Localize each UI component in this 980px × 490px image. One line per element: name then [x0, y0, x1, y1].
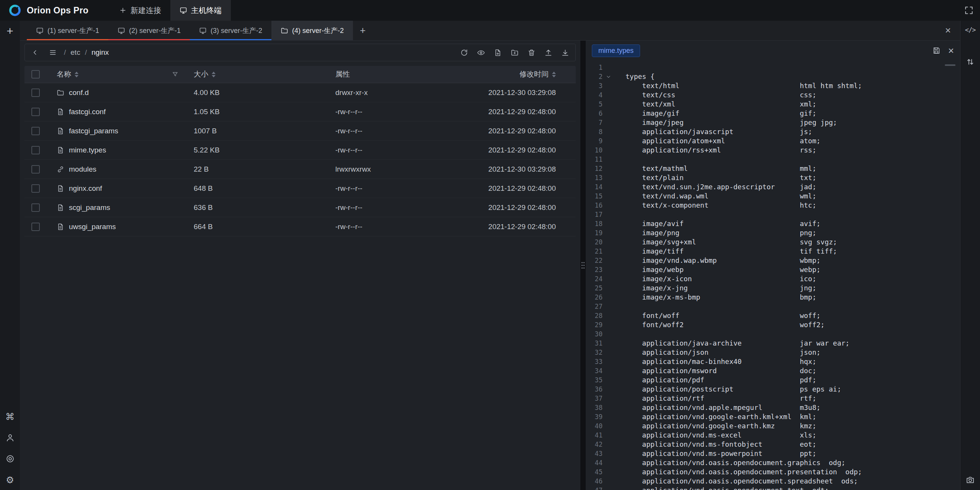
- support-icon[interactable]: [5, 454, 15, 464]
- upload-button[interactable]: [542, 46, 555, 59]
- editor-line-39[interactable]: 39 application/vnd.google-earth.kml+xml …: [586, 412, 960, 421]
- editor-line-34[interactable]: 34 application/msword doc;: [586, 366, 960, 375]
- editor-line-37[interactable]: 37 application/rtf rtf;: [586, 394, 960, 403]
- editor-line-2[interactable]: 2types {: [586, 72, 960, 81]
- file-row-fastcgi_params[interactable]: fastcgi_params1007 B-rw-r--r--2021-12-29…: [24, 121, 576, 141]
- swap-icon[interactable]: [965, 57, 975, 67]
- editor-line-21[interactable]: 21 image/tiff tif tiff;: [586, 247, 960, 256]
- screenshot-icon[interactable]: [965, 475, 975, 485]
- save-icon[interactable]: [932, 46, 941, 55]
- editor-line-6[interactable]: 6 image/gif gif;: [586, 109, 960, 118]
- download-button[interactable]: [559, 46, 572, 59]
- editor-line-38[interactable]: 38 application/vnd.apple.mpegurl m3u8;: [586, 403, 960, 412]
- editor-line-33[interactable]: 33 application/mac-binhex40 hqx;: [586, 357, 960, 366]
- editor-line-22[interactable]: 22 image/vnd.wap.wbmp wbmp;: [586, 256, 960, 265]
- terminal-tab-3[interactable]: (3) server-生产-2: [190, 21, 271, 40]
- select-all-checkbox[interactable]: [31, 70, 40, 79]
- row-checkbox[interactable]: [31, 146, 40, 154]
- editor-line-9[interactable]: 9 application/atom+xml atom;: [586, 136, 960, 146]
- editor-line-24[interactable]: 24 image/x-icon ico;: [586, 274, 960, 284]
- nav-host-terminal[interactable]: 主机终端: [170, 0, 231, 21]
- editor-line-25[interactable]: 25 image/x-jng jng;: [586, 284, 960, 293]
- editor-line-47[interactable]: 47 application/vnd.oasis.opendocument.te…: [586, 486, 960, 490]
- editor-line-17[interactable]: 17: [586, 210, 960, 219]
- editor-scrollbar-thumb[interactable]: [945, 64, 956, 66]
- file-row-conf.d[interactable]: conf.d4.00 KBdrwxr-xr-x2021-12-30 03:29:…: [24, 83, 576, 102]
- editor-line-3[interactable]: 3 text/html html htm shtml;: [586, 81, 960, 90]
- editor-line-15[interactable]: 15 text/vnd.wap.wml wml;: [586, 192, 960, 201]
- filter-icon[interactable]: [172, 71, 178, 78]
- editor-line-13[interactable]: 13 text/plain txt;: [586, 173, 960, 182]
- new-tab-button[interactable]: +: [353, 21, 372, 40]
- file-row-mime.types[interactable]: mime.types5.22 KB-rw-r--r--2021-12-29 02…: [24, 141, 576, 160]
- editor-line-30[interactable]: 30: [586, 329, 960, 339]
- editor-line-18[interactable]: 18 image/avif avif;: [586, 219, 960, 228]
- breadcrumb-segment[interactable]: nginx: [91, 48, 109, 57]
- editor-line-32[interactable]: 32 application/json json;: [586, 348, 960, 357]
- editor-line-14[interactable]: 14 text/vnd.sun.j2me.app-descriptor jad;: [586, 182, 960, 192]
- file-row-uwsgi_params[interactable]: uwsgi_params664 B-rw-r--r--2021-12-29 02…: [24, 217, 576, 236]
- editor-line-44[interactable]: 44 application/vnd.oasis.opendocument.gr…: [586, 458, 960, 467]
- editor-line-27[interactable]: 27: [586, 302, 960, 311]
- new-folder-button[interactable]: [508, 46, 521, 59]
- fullscreen-icon[interactable]: [964, 5, 974, 15]
- list-view-button[interactable]: [46, 46, 59, 59]
- file-row-fastcgi.conf[interactable]: fastcgi.conf1.05 KB-rw-r--r--2021-12-29 …: [24, 102, 576, 121]
- fold-chevron-icon[interactable]: [603, 72, 614, 81]
- row-checkbox[interactable]: [31, 165, 40, 174]
- file-row-nginx.conf[interactable]: nginx.conf648 B-rw-r--r--2021-12-29 02:4…: [24, 179, 576, 198]
- command-icon[interactable]: ⌘: [5, 412, 15, 421]
- file-row-scgi_params[interactable]: scgi_params636 B-rw-r--r--2021-12-29 02:…: [24, 198, 576, 217]
- editor-line-20[interactable]: 20 image/svg+xml svg svgz;: [586, 238, 960, 247]
- close-panel-button[interactable]: ×: [945, 21, 951, 40]
- terminal-tab-1[interactable]: (1) server-生产-1: [27, 21, 108, 40]
- editor-line-19[interactable]: 19 image/png png;: [586, 228, 960, 238]
- editor-line-10[interactable]: 10 application/rss+xml rss;: [586, 146, 960, 155]
- terminal-tab-4[interactable]: (4) server-生产-2: [271, 21, 353, 40]
- sort-size[interactable]: [212, 72, 216, 77]
- row-checkbox[interactable]: [31, 127, 40, 135]
- user-icon[interactable]: [5, 433, 15, 442]
- editor-line-35[interactable]: 35 application/pdf pdf;: [586, 375, 960, 385]
- sort-mtime[interactable]: [552, 72, 556, 77]
- eye-button[interactable]: [474, 46, 487, 59]
- breadcrumb-segment[interactable]: etc: [70, 48, 80, 57]
- sort-name[interactable]: [75, 72, 78, 77]
- editor-line-43[interactable]: 43 application/vnd.ms-powerpoint ppt;: [586, 449, 960, 458]
- editor-line-12[interactable]: 12 text/mathml mml;: [586, 164, 960, 173]
- row-checkbox[interactable]: [31, 184, 40, 193]
- row-checkbox[interactable]: [31, 203, 40, 212]
- editor-line-41[interactable]: 41 application/vnd.ms-excel xls;: [586, 431, 960, 440]
- editor-line-36[interactable]: 36 application/postscript ps eps ai;: [586, 385, 960, 394]
- editor-line-28[interactable]: 28 font/woff woff;: [586, 311, 960, 320]
- editor-line-29[interactable]: 29 font/woff2 woff2;: [586, 320, 960, 329]
- panel-splitter[interactable]: [580, 41, 586, 490]
- editor-line-23[interactable]: 23 image/webp webp;: [586, 265, 960, 274]
- editor-line-26[interactable]: 26 image/x-ms-bmp bmp;: [586, 293, 960, 302]
- code-editor[interactable]: 12types {3 text/html html htm shtml;4 te…: [586, 61, 960, 490]
- refresh-button[interactable]: [457, 46, 470, 59]
- editor-tab-mime-types[interactable]: mime.types: [592, 44, 640, 57]
- editor-line-40[interactable]: 40 application/vnd.google-earth.kmz kmz;: [586, 421, 960, 431]
- new-file-button[interactable]: [491, 46, 504, 59]
- editor-line-16[interactable]: 16 text/x-component htc;: [586, 201, 960, 210]
- editor-line-1[interactable]: 1: [586, 63, 960, 72]
- editor-line-42[interactable]: 42 application/vnd.ms-fontobject eot;: [586, 440, 960, 449]
- file-row-modules[interactable]: modules22 Blrwxrwxrwx2021-12-30 03:29:08: [24, 160, 576, 179]
- code-icon[interactable]: </>: [965, 25, 975, 35]
- row-checkbox[interactable]: [31, 223, 40, 231]
- trash-button[interactable]: [525, 46, 538, 59]
- row-checkbox[interactable]: [31, 108, 40, 116]
- back-button[interactable]: [29, 46, 42, 59]
- editor-line-7[interactable]: 7 image/jpeg jpeg jpg;: [586, 118, 960, 127]
- terminal-tab-2[interactable]: (2) server-生产-1: [108, 21, 190, 40]
- editor-line-5[interactable]: 5 text/xml xml;: [586, 100, 960, 109]
- settings-icon[interactable]: ⚙: [5, 475, 15, 485]
- new-panel-button[interactable]: +: [7, 25, 13, 37]
- editor-line-45[interactable]: 45 application/vnd.oasis.opendocument.pr…: [586, 467, 960, 477]
- editor-line-4[interactable]: 4 text/css css;: [586, 90, 960, 100]
- editor-line-11[interactable]: 11: [586, 155, 960, 164]
- nav-new-connection[interactable]: 新建连接: [110, 0, 170, 21]
- editor-close-button[interactable]: ×: [948, 46, 954, 56]
- row-checkbox[interactable]: [31, 88, 40, 97]
